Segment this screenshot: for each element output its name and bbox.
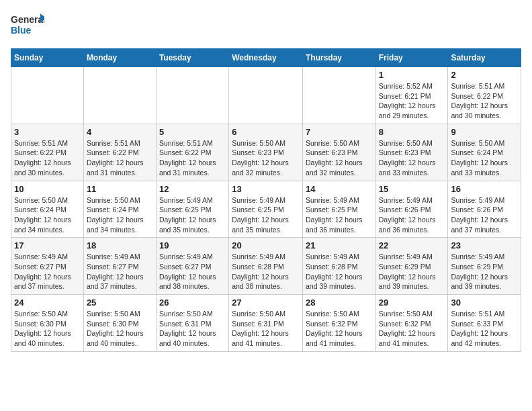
day-info: Sunrise: 5:49 AMSunset: 6:25 PMDaylight:… — [306, 195, 373, 235]
calendar-cell: 20Sunrise: 5:49 AMSunset: 6:28 PMDayligh… — [229, 238, 303, 295]
calendar-cell — [156, 67, 228, 124]
calendar-cell: 4Sunrise: 5:51 AMSunset: 6:22 PMDaylight… — [83, 124, 156, 181]
calendar-cell: 7Sunrise: 5:50 AMSunset: 6:23 PMDaylight… — [302, 124, 375, 181]
day-number: 4 — [87, 127, 153, 137]
calendar-cell: 26Sunrise: 5:50 AMSunset: 6:31 PMDayligh… — [156, 295, 228, 352]
calendar-cell: 29Sunrise: 5:50 AMSunset: 6:32 PMDayligh… — [375, 295, 448, 352]
day-number: 15 — [379, 184, 445, 194]
day-number: 5 — [159, 127, 226, 137]
day-number: 2 — [451, 70, 518, 80]
day-info: Sunrise: 5:50 AMSunset: 6:24 PMDaylight:… — [87, 195, 153, 235]
weekday-header-saturday: Saturday — [448, 49, 521, 67]
day-number: 10 — [14, 184, 81, 194]
calendar-cell: 11Sunrise: 5:50 AMSunset: 6:24 PMDayligh… — [83, 181, 156, 238]
day-number: 26 — [159, 298, 226, 308]
day-number: 6 — [232, 127, 300, 137]
day-info: Sunrise: 5:49 AMSunset: 6:26 PMDaylight:… — [379, 195, 445, 235]
calendar-cell: 2Sunrise: 5:51 AMSunset: 6:22 PMDaylight… — [448, 67, 521, 124]
calendar-week-2: 10Sunrise: 5:50 AMSunset: 6:24 PMDayligh… — [11, 181, 521, 238]
day-info: Sunrise: 5:51 AMSunset: 6:33 PMDaylight:… — [451, 309, 518, 349]
calendar-cell: 23Sunrise: 5:49 AMSunset: 6:29 PMDayligh… — [448, 238, 521, 295]
day-info: Sunrise: 5:50 AMSunset: 6:32 PMDaylight:… — [306, 309, 373, 349]
calendar-cell — [229, 67, 303, 124]
calendar-body: 1Sunrise: 5:52 AMSunset: 6:21 PMDaylight… — [11, 67, 521, 352]
day-number: 3 — [14, 127, 81, 137]
calendar-cell — [83, 67, 156, 124]
calendar-cell: 24Sunrise: 5:50 AMSunset: 6:30 PMDayligh… — [11, 295, 84, 352]
svg-text:General: General — [11, 14, 44, 25]
weekday-header-monday: Monday — [83, 49, 156, 67]
day-info: Sunrise: 5:50 AMSunset: 6:30 PMDaylight:… — [14, 309, 81, 349]
calendar-cell — [11, 67, 84, 124]
day-info: Sunrise: 5:49 AMSunset: 6:27 PMDaylight:… — [87, 252, 153, 291]
day-number: 22 — [379, 240, 445, 250]
calendar-cell: 16Sunrise: 5:49 AMSunset: 6:26 PMDayligh… — [448, 181, 521, 238]
day-info: Sunrise: 5:49 AMSunset: 6:27 PMDaylight:… — [159, 252, 226, 291]
calendar-week-1: 3Sunrise: 5:51 AMSunset: 6:22 PMDaylight… — [11, 124, 521, 181]
day-info: Sunrise: 5:49 AMSunset: 6:26 PMDaylight:… — [451, 195, 518, 235]
day-number: 8 — [379, 127, 445, 137]
day-number: 30 — [451, 298, 518, 308]
day-number: 19 — [159, 240, 226, 250]
day-info: Sunrise: 5:50 AMSunset: 6:31 PMDaylight:… — [159, 309, 226, 349]
day-number: 27 — [232, 298, 300, 308]
day-number: 1 — [379, 70, 445, 80]
weekday-header-friday: Friday — [375, 49, 448, 67]
day-info: Sunrise: 5:51 AMSunset: 6:22 PMDaylight:… — [159, 138, 226, 178]
day-info: Sunrise: 5:51 AMSunset: 6:22 PMDaylight:… — [14, 138, 81, 178]
calendar-cell: 10Sunrise: 5:50 AMSunset: 6:24 PMDayligh… — [11, 181, 84, 238]
day-number: 12 — [159, 184, 226, 194]
calendar-table: SundayMondayTuesdayWednesdayThursdayFrid… — [11, 48, 521, 352]
calendar-week-3: 17Sunrise: 5:49 AMSunset: 6:27 PMDayligh… — [11, 238, 521, 295]
day-info: Sunrise: 5:50 AMSunset: 6:23 PMDaylight:… — [232, 138, 300, 178]
calendar-cell: 22Sunrise: 5:49 AMSunset: 6:29 PMDayligh… — [375, 238, 448, 295]
svg-text:Blue: Blue — [11, 25, 32, 36]
day-number: 18 — [87, 240, 153, 250]
calendar-cell: 25Sunrise: 5:50 AMSunset: 6:30 PMDayligh… — [83, 295, 156, 352]
day-info: Sunrise: 5:51 AMSunset: 6:22 PMDaylight:… — [87, 138, 153, 178]
weekday-header-tuesday: Tuesday — [156, 49, 228, 67]
calendar-cell: 18Sunrise: 5:49 AMSunset: 6:27 PMDayligh… — [83, 238, 156, 295]
day-number: 21 — [306, 240, 373, 250]
day-number: 29 — [379, 298, 445, 308]
calendar-cell: 12Sunrise: 5:49 AMSunset: 6:25 PMDayligh… — [156, 181, 228, 238]
day-info: Sunrise: 5:50 AMSunset: 6:30 PMDaylight:… — [87, 309, 153, 349]
day-info: Sunrise: 5:49 AMSunset: 6:29 PMDaylight:… — [379, 252, 445, 291]
day-info: Sunrise: 5:49 AMSunset: 6:25 PMDaylight:… — [159, 195, 226, 235]
day-number: 9 — [451, 127, 518, 137]
calendar-cell: 27Sunrise: 5:50 AMSunset: 6:31 PMDayligh… — [229, 295, 303, 352]
weekday-header-thursday: Thursday — [302, 49, 375, 67]
day-info: Sunrise: 5:51 AMSunset: 6:22 PMDaylight:… — [451, 81, 518, 121]
day-info: Sunrise: 5:50 AMSunset: 6:32 PMDaylight:… — [379, 309, 445, 349]
day-number: 23 — [451, 240, 518, 250]
day-info: Sunrise: 5:49 AMSunset: 6:27 PMDaylight:… — [14, 252, 81, 291]
day-number: 17 — [14, 240, 81, 250]
calendar-cell: 30Sunrise: 5:51 AMSunset: 6:33 PMDayligh… — [448, 295, 521, 352]
calendar-cell: 28Sunrise: 5:50 AMSunset: 6:32 PMDayligh… — [302, 295, 375, 352]
weekday-header-row: SundayMondayTuesdayWednesdayThursdayFrid… — [11, 49, 521, 67]
day-number: 16 — [451, 184, 518, 194]
day-info: Sunrise: 5:49 AMSunset: 6:29 PMDaylight:… — [451, 252, 518, 291]
logo: General Blue — [11, 11, 44, 40]
day-info: Sunrise: 5:49 AMSunset: 6:25 PMDaylight:… — [232, 195, 300, 235]
day-info: Sunrise: 5:50 AMSunset: 6:24 PMDaylight:… — [451, 138, 518, 178]
calendar-cell: 13Sunrise: 5:49 AMSunset: 6:25 PMDayligh… — [229, 181, 303, 238]
day-info: Sunrise: 5:50 AMSunset: 6:24 PMDaylight:… — [14, 195, 81, 235]
day-number: 24 — [14, 298, 81, 308]
day-number: 14 — [306, 184, 373, 194]
calendar-cell: 6Sunrise: 5:50 AMSunset: 6:23 PMDaylight… — [229, 124, 303, 181]
day-info: Sunrise: 5:52 AMSunset: 6:21 PMDaylight:… — [379, 81, 445, 121]
calendar-cell: 21Sunrise: 5:49 AMSunset: 6:28 PMDayligh… — [302, 238, 375, 295]
calendar-cell: 14Sunrise: 5:49 AMSunset: 6:25 PMDayligh… — [302, 181, 375, 238]
calendar-week-0: 1Sunrise: 5:52 AMSunset: 6:21 PMDaylight… — [11, 67, 521, 124]
calendar-cell: 19Sunrise: 5:49 AMSunset: 6:27 PMDayligh… — [156, 238, 228, 295]
calendar-cell: 5Sunrise: 5:51 AMSunset: 6:22 PMDaylight… — [156, 124, 228, 181]
day-number: 25 — [87, 298, 153, 308]
weekday-header-sunday: Sunday — [11, 49, 84, 67]
calendar-cell: 15Sunrise: 5:49 AMSunset: 6:26 PMDayligh… — [375, 181, 448, 238]
weekday-header-wednesday: Wednesday — [229, 49, 303, 67]
calendar-cell: 17Sunrise: 5:49 AMSunset: 6:27 PMDayligh… — [11, 238, 84, 295]
calendar-cell — [302, 67, 375, 124]
calendar-cell: 1Sunrise: 5:52 AMSunset: 6:21 PMDaylight… — [375, 67, 448, 124]
calendar-cell: 9Sunrise: 5:50 AMSunset: 6:24 PMDaylight… — [448, 124, 521, 181]
